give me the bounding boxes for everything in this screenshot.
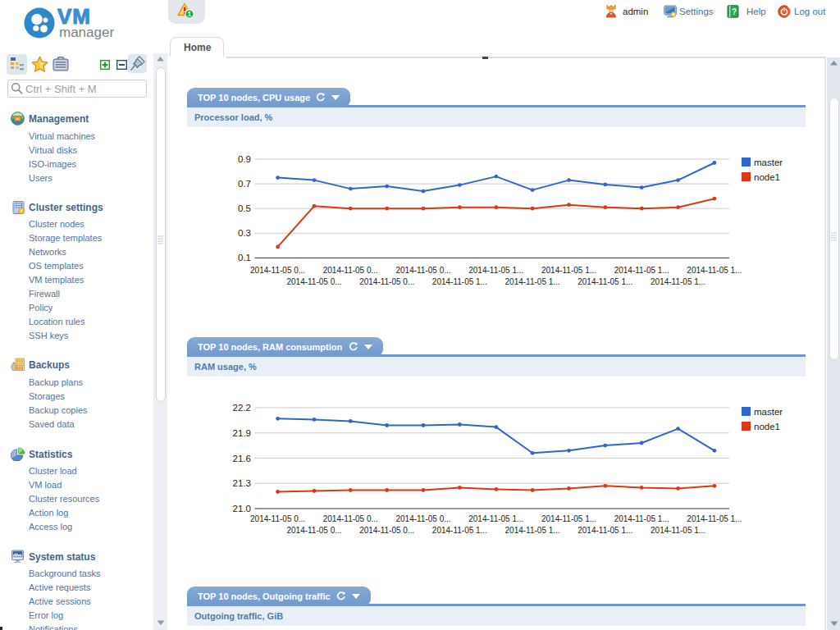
svg-text:2014-11-05 1...: 2014-11-05 1...: [614, 266, 669, 275]
svg-text:0.1: 0.1: [238, 253, 251, 262]
svg-text:2014-11-05 0...: 2014-11-05 0...: [359, 277, 414, 286]
svg-text:2014-11-05 1...: 2014-11-05 1...: [432, 526, 487, 535]
svg-text:2014-11-05 1...: 2014-11-05 1...: [468, 266, 523, 275]
svg-text:2014-11-05 0...: 2014-11-05 0...: [359, 526, 414, 535]
svg-text:2014-11-05 1...: 2014-11-05 1...: [687, 266, 742, 275]
svg-text:2014-11-05 1...: 2014-11-05 1...: [432, 277, 487, 286]
svg-text:2014-11-05 0...: 2014-11-05 0...: [395, 266, 450, 275]
svg-text:0.9: 0.9: [238, 154, 251, 164]
svg-text:2014-11-05 0...: 2014-11-05 0...: [286, 277, 341, 286]
svg-text:21.6: 21.6: [233, 454, 251, 463]
svg-text:2014-11-05 1...: 2014-11-05 1...: [468, 514, 523, 523]
svg-text:2014-11-05 1...: 2014-11-05 1...: [505, 526, 560, 535]
svg-text:2014-11-05 1...: 2014-11-05 1...: [578, 277, 632, 286]
svg-text:2014-11-05 0...: 2014-11-05 0...: [323, 266, 378, 275]
svg-text:master: master: [754, 158, 783, 167]
svg-text:2014-11-05 0...: 2014-11-05 0...: [250, 514, 305, 523]
svg-text:21.0: 21.0: [233, 504, 251, 514]
svg-text:2014-11-05 0...: 2014-11-05 0...: [395, 514, 450, 523]
svg-text:2014-11-05 1...: 2014-11-05 1...: [541, 266, 596, 275]
svg-text:master: master: [754, 407, 783, 417]
svg-text:node1: node1: [754, 172, 780, 182]
svg-text:2014-11-05 0...: 2014-11-05 0...: [250, 266, 305, 275]
svg-text:2014-11-05 1...: 2014-11-05 1...: [687, 514, 742, 523]
svg-text:0.5: 0.5: [238, 203, 251, 213]
svg-text:2014-11-05 1...: 2014-11-05 1...: [614, 514, 669, 523]
svg-text:2014-11-05 1...: 2014-11-05 1...: [541, 514, 596, 523]
svg-text:1: 1: [188, 10, 192, 18]
svg-text:2014-11-05 0...: 2014-11-05 0...: [323, 514, 378, 523]
svg-text:?: ?: [732, 7, 737, 16]
svg-text:2014-11-05 1...: 2014-11-05 1...: [651, 277, 705, 286]
svg-text:2014-11-05 1...: 2014-11-05 1...: [651, 526, 705, 535]
svg-text:node1: node1: [754, 422, 780, 431]
svg-text:2014-11-05 0...: 2014-11-05 0...: [286, 526, 341, 535]
svg-text:0.7: 0.7: [238, 179, 251, 189]
svg-text:21.3: 21.3: [233, 478, 251, 488]
svg-text:21.9: 21.9: [233, 428, 251, 438]
svg-text:2014-11-05 1...: 2014-11-05 1...: [505, 277, 560, 286]
svg-text:22.2: 22.2: [233, 403, 251, 413]
svg-text:2014-11-05 1...: 2014-11-05 1...: [578, 526, 632, 535]
svg-text:0.3: 0.3: [238, 228, 251, 238]
